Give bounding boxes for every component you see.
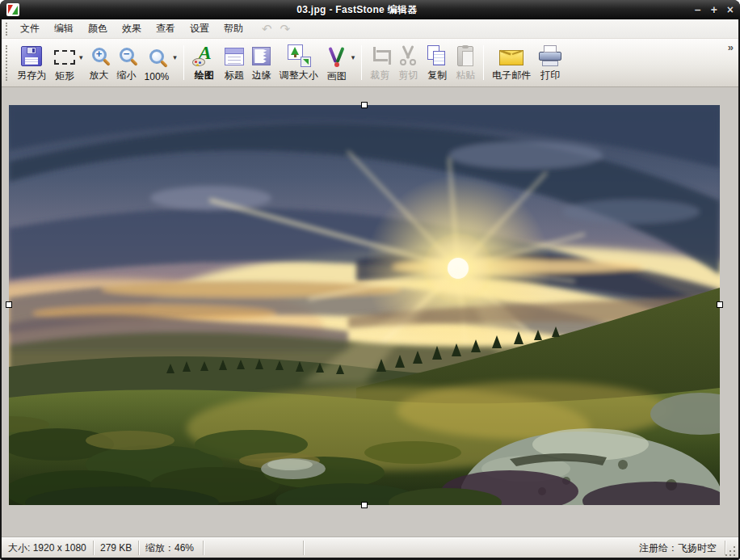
redo-icon[interactable]: ↷ bbox=[280, 23, 291, 35]
close-icon[interactable]: × bbox=[727, 4, 734, 15]
rect-select-button[interactable]: 矩形 bbox=[50, 40, 79, 85]
toolbar-separator bbox=[183, 45, 184, 80]
status-registered-to: 注册给：飞扬时空 bbox=[631, 541, 725, 555]
zoom-level-dropdown-icon[interactable]: ▾ bbox=[173, 53, 177, 61]
selection-handle-bottom[interactable] bbox=[361, 502, 368, 508]
minimize-icon[interactable]: – bbox=[695, 4, 701, 15]
menu-settings[interactable]: 设置 bbox=[183, 19, 217, 38]
window-title: 03.jpg - FastStone 编辑器 bbox=[19, 3, 695, 17]
image-canvas bbox=[2, 87, 738, 537]
caption-button[interactable]: 标题 bbox=[221, 41, 248, 84]
email-button[interactable]: 电子邮件 bbox=[488, 41, 535, 84]
menubar-grip[interactable] bbox=[6, 23, 10, 36]
selection-handle-left[interactable] bbox=[6, 301, 12, 308]
resize-grip-icon[interactable] bbox=[725, 545, 737, 556]
zoom-in-icon: + bbox=[92, 48, 107, 62]
selection-handle-top[interactable] bbox=[361, 102, 368, 108]
edge-button[interactable]: 边缘 bbox=[248, 41, 275, 84]
menu-file[interactable]: 文件 bbox=[13, 19, 47, 38]
paint-button[interactable]: 画图 bbox=[322, 40, 351, 85]
save-as-button[interactable]: 另存为 bbox=[13, 41, 50, 84]
crop-icon bbox=[370, 46, 389, 65]
crop-button[interactable]: 裁剪 bbox=[366, 41, 393, 84]
selection-handle-right[interactable] bbox=[717, 301, 723, 308]
zoom-level-icon bbox=[149, 49, 164, 64]
rect-select-icon bbox=[54, 50, 75, 65]
statusbar: 大小: 1920 x 1080 279 KB 缩放：46% 注册给：飞扬时空 bbox=[2, 537, 738, 558]
email-icon bbox=[499, 50, 523, 65]
undo-icon[interactable]: ↶ bbox=[262, 23, 272, 35]
zoom-level-button[interactable]: 100% bbox=[141, 42, 174, 84]
toolbar-overflow-icon[interactable]: » bbox=[728, 41, 734, 53]
menu-edit[interactable]: 编辑 bbox=[47, 19, 81, 38]
zoom-out-button[interactable]: − 缩小 bbox=[113, 41, 141, 84]
draw-button[interactable]: 绘图 bbox=[188, 41, 221, 84]
copy-icon bbox=[427, 45, 448, 67]
maximize-icon[interactable]: + bbox=[711, 4, 717, 15]
zoom-in-button[interactable]: + 放大 bbox=[86, 41, 113, 84]
edge-icon bbox=[252, 47, 271, 65]
toolbar-separator bbox=[483, 45, 484, 80]
status-file-size: 279 KB bbox=[94, 541, 139, 555]
status-spacer bbox=[204, 541, 304, 555]
app-logo-icon[interactable] bbox=[6, 3, 19, 16]
status-image-size: 大小: 1920 x 1080 bbox=[2, 541, 94, 555]
cut-icon bbox=[397, 45, 418, 66]
save-as-icon bbox=[21, 46, 42, 66]
resize-button[interactable]: 调整大小 bbox=[275, 41, 322, 84]
resize-icon bbox=[287, 44, 311, 67]
menu-view[interactable]: 查看 bbox=[149, 19, 183, 38]
menu-effects[interactable]: 效果 bbox=[115, 19, 149, 38]
print-button[interactable]: 打印 bbox=[535, 41, 566, 84]
toolbar: 另存为 矩形 ▾ + 放大 − 缩小 100% ▾ 绘图 bbox=[2, 39, 738, 87]
titlebar: 03.jpg - FastStone 编辑器 – + × bbox=[0, 0, 740, 19]
cut-button[interactable]: 剪切 bbox=[393, 41, 423, 84]
zoom-out-icon: − bbox=[120, 48, 134, 62]
paste-icon bbox=[457, 46, 473, 66]
draw-icon bbox=[192, 44, 217, 67]
status-spacer bbox=[304, 541, 631, 555]
paint-icon bbox=[326, 45, 347, 67]
menu-colors[interactable]: 颜色 bbox=[81, 19, 115, 38]
toolbar-grip[interactable] bbox=[6, 45, 10, 81]
paint-dropdown-icon[interactable]: ▾ bbox=[351, 53, 355, 61]
status-zoom-level: 缩放：46% bbox=[139, 541, 204, 555]
rect-select-dropdown-icon[interactable]: ▾ bbox=[79, 53, 83, 61]
app-window: 03.jpg - FastStone 编辑器 – + × 文件 编辑 颜色 效果… bbox=[0, 0, 740, 560]
menu-help[interactable]: 帮助 bbox=[217, 19, 250, 38]
paste-button[interactable]: 粘贴 bbox=[452, 41, 479, 84]
menubar: 文件 编辑 颜色 效果 查看 设置 帮助 ↶ ↷ bbox=[2, 19, 738, 39]
copy-button[interactable]: 复制 bbox=[423, 41, 452, 84]
print-icon bbox=[539, 45, 561, 66]
caption-icon bbox=[225, 48, 244, 65]
sunset-photo[interactable] bbox=[9, 105, 720, 505]
toolbar-separator bbox=[361, 45, 362, 80]
